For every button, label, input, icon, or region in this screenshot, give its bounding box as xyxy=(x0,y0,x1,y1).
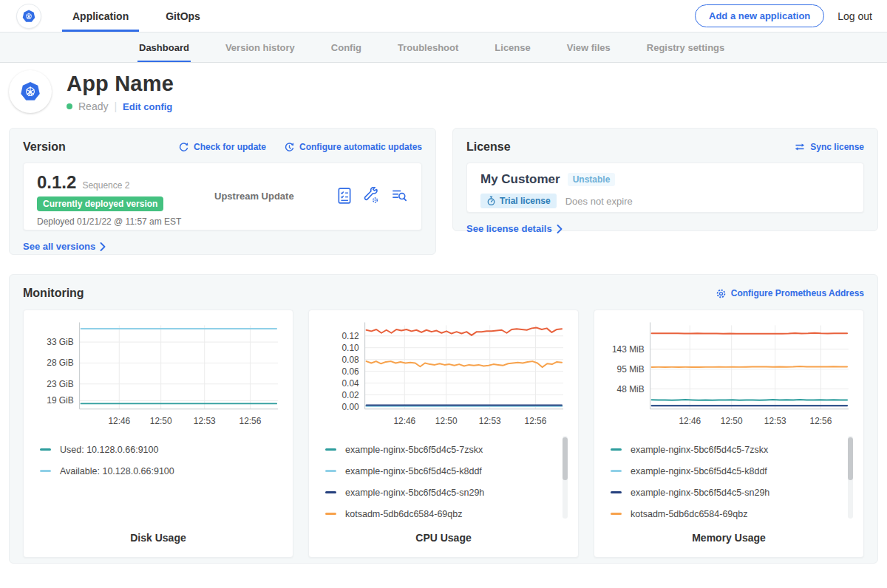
legend-label: Available: 10.128.0.66:9100 xyxy=(60,466,174,476)
legend-scrollbar[interactable] xyxy=(848,436,853,519)
svg-text:33 GiB: 33 GiB xyxy=(47,337,73,347)
memory-usage-chart-title: Memory Usage xyxy=(603,524,854,557)
stopwatch-icon xyxy=(486,196,496,206)
configure-automatic-updates-link[interactable]: Configure automatic updates xyxy=(284,142,422,153)
sync-license-link[interactable]: Sync license xyxy=(794,142,864,152)
legend-label: kotsadm-5db6dc6584-69qbz xyxy=(631,509,747,519)
version-number: 0.1.2 xyxy=(37,172,76,193)
legend-swatch xyxy=(325,448,336,451)
memory-usage-legend: example-nginx-5bc6f5d4c5-7zskxexample-ng… xyxy=(603,434,854,524)
monitoring-charts: 19 GiB23 GiB28 GiB33 GiB12:4612:5012:531… xyxy=(23,310,864,558)
svg-text:12:46: 12:46 xyxy=(108,416,130,426)
topnav-tab-application[interactable]: Application xyxy=(67,0,135,32)
monitoring-title: Monitoring xyxy=(23,287,84,300)
legend-label: Used: 10.128.0.66:9100 xyxy=(60,445,158,455)
deployed-timestamp: Deployed 01/21/22 @ 11:57 am EST xyxy=(37,216,207,227)
legend-item: example-nginx-5bc6f5d4c5-k8ddf xyxy=(611,460,854,482)
svg-text:0.04: 0.04 xyxy=(341,378,359,389)
license-card: License Sync license My Customer Unstabl… xyxy=(452,128,878,231)
legend-swatch xyxy=(611,470,622,472)
svg-text:0.10: 0.10 xyxy=(341,343,359,353)
sequence-label: Sequence 2 xyxy=(82,180,129,191)
check-for-update-link[interactable]: Check for update xyxy=(178,142,266,153)
customer-name: My Customer xyxy=(480,172,560,187)
legend-item: kotsadm-5db6dc6584-69qbz xyxy=(325,503,569,524)
legend-scrollbar-thumb[interactable] xyxy=(563,437,568,480)
top-nav: ApplicationGitOps Add a new application … xyxy=(0,0,887,33)
configure-prometheus-link[interactable]: Configure Prometheus Address xyxy=(716,288,864,299)
legend-label: example-nginx-5bc6f5d4c5-7zskx xyxy=(345,445,483,455)
legend-scrollbar-thumb[interactable] xyxy=(848,437,853,480)
kubernetes-logo-icon[interactable] xyxy=(16,4,41,29)
legend-swatch xyxy=(611,513,622,515)
svg-text:23 GiB: 23 GiB xyxy=(47,379,73,389)
svg-text:0.06: 0.06 xyxy=(341,366,359,377)
see-license-details-link[interactable]: See license details xyxy=(466,223,563,234)
edit-config-icon[interactable] xyxy=(363,187,380,205)
legend-swatch xyxy=(40,470,51,472)
subnav-tab-registry-settings[interactable]: Registry settings xyxy=(647,33,724,62)
subnav-tab-license[interactable]: License xyxy=(495,33,530,62)
cpu-usage-legend: example-nginx-5bc6f5d4c5-7zskxexample-ng… xyxy=(318,434,569,524)
chart-card-disk-usage: 19 GiB23 GiB28 GiB33 GiB12:4612:5012:531… xyxy=(23,310,293,558)
channel-badge: Unstable xyxy=(568,173,616,186)
topnav-tab-gitops[interactable]: GitOps xyxy=(160,0,206,32)
svg-text:12:50: 12:50 xyxy=(150,416,172,426)
version-card-title: Version xyxy=(23,140,66,154)
current-version-row: 0.1.2 Sequence 2 Currently deployed vers… xyxy=(23,163,422,230)
svg-text:12:56: 12:56 xyxy=(239,416,262,426)
svg-text:0.12: 0.12 xyxy=(341,331,359,341)
svg-text:12:56: 12:56 xyxy=(810,416,832,426)
subnav-tab-view-files[interactable]: View files xyxy=(567,33,611,62)
add-a-new-application-button[interactable]: Add a new application xyxy=(695,4,824,27)
legend-item: Used: 10.128.0.66:9100 xyxy=(40,439,284,460)
legend-label: example-nginx-5bc6f5d4c5-7zskx xyxy=(631,445,768,455)
svg-text:0.08: 0.08 xyxy=(341,355,359,365)
svg-text:12:56: 12:56 xyxy=(525,416,547,426)
legend-swatch xyxy=(325,513,336,515)
svg-text:12:53: 12:53 xyxy=(194,416,216,426)
edit-config-link[interactable]: Edit config xyxy=(123,101,172,112)
app-icon xyxy=(9,70,52,113)
subnav-tab-config[interactable]: Config xyxy=(331,33,361,62)
legend-label: example-nginx-5bc6f5d4c5-k8ddf xyxy=(631,466,767,476)
legend-swatch xyxy=(325,470,336,472)
version-card: Version Check for update Configure au xyxy=(9,128,436,255)
deployed-badge: Currently deployed version xyxy=(37,196,163,211)
disk-usage-legend: Used: 10.128.0.66:9100Available: 10.128.… xyxy=(33,434,284,524)
preflight-checks-icon[interactable] xyxy=(336,187,353,205)
svg-text:19 GiB: 19 GiB xyxy=(47,395,73,406)
subnav-tab-dashboard[interactable]: Dashboard xyxy=(139,33,189,62)
kubernetes-app-icon xyxy=(16,77,45,106)
svg-text:48 MiB: 48 MiB xyxy=(617,384,645,394)
refresh-icon xyxy=(178,142,189,153)
cpu-usage-chart: 0.000.020.040.060.080.100.1212:4612:5012… xyxy=(318,318,569,434)
topnav-tabs: ApplicationGitOps xyxy=(67,0,206,32)
svg-text:0.00: 0.00 xyxy=(341,402,359,412)
license-card-title: License xyxy=(466,140,511,154)
legend-swatch xyxy=(325,491,336,493)
chart-card-memory-usage: 48 MiB95 MiB143 MiB12:4612:5012:5312:56e… xyxy=(594,310,864,558)
legend-swatch xyxy=(40,448,51,451)
trial-license-badge: Trial license xyxy=(480,194,557,208)
memory-usage-chart: 48 MiB95 MiB143 MiB12:4612:5012:5312:56 xyxy=(603,318,854,434)
subnav-tab-version-history[interactable]: Version history xyxy=(225,33,295,62)
see-all-versions-link[interactable]: See all versions xyxy=(23,241,106,252)
chevron-right-icon xyxy=(100,242,106,251)
log-out-button[interactable]: Log out xyxy=(837,10,872,22)
legend-item: Available: 10.128.0.66:9100 xyxy=(40,460,284,482)
legend-scrollbar[interactable] xyxy=(563,436,568,519)
legend-item: example-nginx-5bc6f5d4c5-sn29h xyxy=(325,482,569,503)
view-files-icon[interactable] xyxy=(390,187,408,205)
app-status-text: Ready xyxy=(78,100,108,112)
svg-text:12:50: 12:50 xyxy=(435,416,458,426)
legend-item: example-nginx-5bc6f5d4c5-7zskx xyxy=(325,439,569,460)
cpu-usage-chart-title: CPU Usage xyxy=(318,524,569,557)
monitoring-section: Monitoring Configure Prometheus Address … xyxy=(9,274,878,564)
disk-usage-chart-title: Disk Usage xyxy=(33,524,284,557)
svg-text:0.02: 0.02 xyxy=(341,390,359,400)
legend-label: example-nginx-5bc6f5d4c5-k8ddf xyxy=(345,466,482,476)
svg-text:28 GiB: 28 GiB xyxy=(47,358,73,368)
subnav-tab-troubleshoot[interactable]: Troubleshoot xyxy=(398,33,458,62)
svg-text:143 MiB: 143 MiB xyxy=(612,344,645,355)
